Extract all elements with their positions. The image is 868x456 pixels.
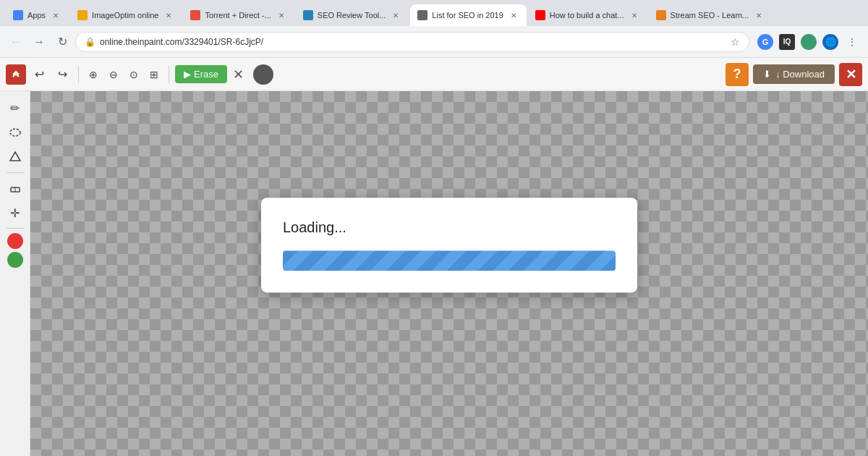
pencil-tool[interactable]: ✏ [4,97,26,119]
tab-favicon-apps [13,10,23,20]
toolbar-separator-1 [78,66,79,83]
loading-text: Loading... [283,219,616,236]
app-logo[interactable] [6,64,26,85]
download-button[interactable]: ⬇ ↓ Download [753,64,835,84]
extensions-button[interactable]: G [755,32,775,52]
checkerboard-background: Loading... [30,91,868,456]
color-green[interactable] [7,252,23,268]
browser-frame: Apps ✕ ImageOptim online ✕ Torrent + Dir… [0,0,868,456]
tab-close-stream-seo[interactable]: ✕ [753,9,765,21]
tab-favicon-imageoptim [77,10,88,20]
tab-apps[interactable]: Apps ✕ [6,4,69,26]
tab-title-imageoptim: ImageOptim online [92,11,158,20]
lasso-icon [9,126,22,139]
tab-youtube[interactable]: How to build a chat... ✕ [528,4,647,26]
progress-bar-container [283,250,616,271]
tab-close-torrent[interactable]: ✕ [276,9,287,21]
iq-button[interactable]: IQ [777,32,797,52]
eraser-icon [9,182,22,195]
green-ext-icon [801,34,817,50]
toolbar-right: ? ⬇ ↓ Download ✕ [726,63,862,86]
address-text: online.theinpaint.com/3329401/SR-6cJjcP/ [100,37,726,47]
left-toolbar-separator-2 [7,228,24,229]
svg-point-1 [10,129,20,136]
color-red[interactable] [7,233,23,249]
eraser-tool[interactable] [4,177,26,199]
app-content: ↩ ↪ ⊕ ⊖ ⊙ ⊞ ▶ Erase ✕ ? ⬇ ↓ Download [0,58,868,456]
nav-right-icons: G IQ 🌐 ⋮ [755,32,862,52]
tab-close-apps[interactable]: ✕ [50,9,61,21]
lasso-tool[interactable] [4,122,26,143]
zoom-out-button[interactable]: ⊖ [105,66,122,83]
tab-favicon-youtube [535,10,545,20]
zoom-fit-button[interactable]: ⊙ [125,66,142,83]
zoom-actual-button[interactable]: ⊞ [145,66,163,83]
tab-seo-review[interactable]: SEO Review Tool... ✕ [296,4,409,26]
tab-stream-seo[interactable]: Stream SEO - Learn... ✕ [649,4,773,26]
polygon-tool[interactable] [4,146,26,168]
tab-title-youtube: How to build a chat... [550,11,624,20]
download-icon: ⬇ [763,69,771,80]
tab-favicon-list-seo [417,10,427,20]
svg-marker-2 [10,152,20,161]
user-avatar [253,64,273,85]
progress-bar-fill [283,250,616,271]
canvas-area: ✏ ✛ [0,91,868,456]
erase-play-icon: ▶ [184,69,191,80]
tab-favicon-seo-review [303,10,313,20]
tab-favicon-stream-seo [656,10,666,20]
tab-title-seo-review: SEO Review Tool... [318,11,386,20]
tab-title-stream-seo: Stream SEO - Learn... [671,11,749,20]
toolbar-separator-2 [169,66,169,83]
tab-bar: Apps ✕ ImageOptim online ✕ Torrent + Dir… [0,0,868,26]
canvas-main: Loading... [30,91,868,456]
tab-close-list-seo[interactable]: ✕ [508,9,519,21]
iq-ext-icon: IQ [779,34,795,50]
erase-button[interactable]: ▶ Erase [175,65,227,83]
app-logo-icon [10,69,22,80]
tab-title-apps: Apps [27,11,46,20]
help-button[interactable]: ? [726,63,749,86]
tab-list-seo[interactable]: List for SEO in 2019 ✕ [410,4,526,26]
nav-bar: ← → ↻ 🔒 online.theinpaint.com/3329401/SR… [0,26,868,58]
tab-title-list-seo: List for SEO in 2019 [432,11,503,20]
left-toolbar: ✏ ✛ [0,91,30,456]
close-x-button[interactable]: ✕ [230,66,247,83]
menu-button[interactable]: ⋮ [842,32,862,52]
loading-dialog: Loading... [261,198,637,292]
app-toolbar: ↩ ↪ ⊕ ⊖ ⊙ ⊞ ▶ Erase ✕ ? ⬇ ↓ Download [0,58,868,91]
earth-button[interactable]: 🌐 [820,32,841,52]
tab-imageoptim[interactable]: ImageOptim online ✕ [70,4,182,26]
zoom-in-button[interactable]: ⊕ [85,66,102,83]
left-toolbar-separator [7,172,24,173]
close-red-button[interactable]: ✕ [839,63,862,86]
tab-title-torrent: Torrent + Direct -... [205,11,271,20]
polygon-icon [9,151,22,164]
erase-label: Erase [194,69,218,80]
back-button[interactable]: ← [6,32,26,52]
green-ext-button[interactable] [799,32,819,52]
tab-close-youtube[interactable]: ✕ [629,9,640,21]
help-label: ? [733,67,741,82]
tab-favicon-torrent [190,10,200,20]
earth-icon: 🌐 [822,34,838,50]
star-icon[interactable]: ☆ [731,36,740,48]
move-tool[interactable]: ✛ [4,202,26,224]
close-red-label: ✕ [846,67,856,83]
redo-button[interactable]: ↪ [52,64,72,85]
undo-button[interactable]: ↩ [29,64,49,85]
google-ext-icon: G [757,34,773,50]
tab-close-seo-review[interactable]: ✕ [390,9,401,21]
tab-torrent[interactable]: Torrent + Direct -... ✕ [183,4,294,26]
address-bar[interactable]: 🔒 online.theinpaint.com/3329401/SR-6cJjc… [75,32,749,52]
tab-close-imageoptim[interactable]: ✕ [163,9,174,21]
forward-button[interactable]: → [29,32,49,52]
lock-icon: 🔒 [85,37,95,47]
reload-button[interactable]: ↻ [52,32,72,52]
download-label: ↓ Download [775,69,825,80]
